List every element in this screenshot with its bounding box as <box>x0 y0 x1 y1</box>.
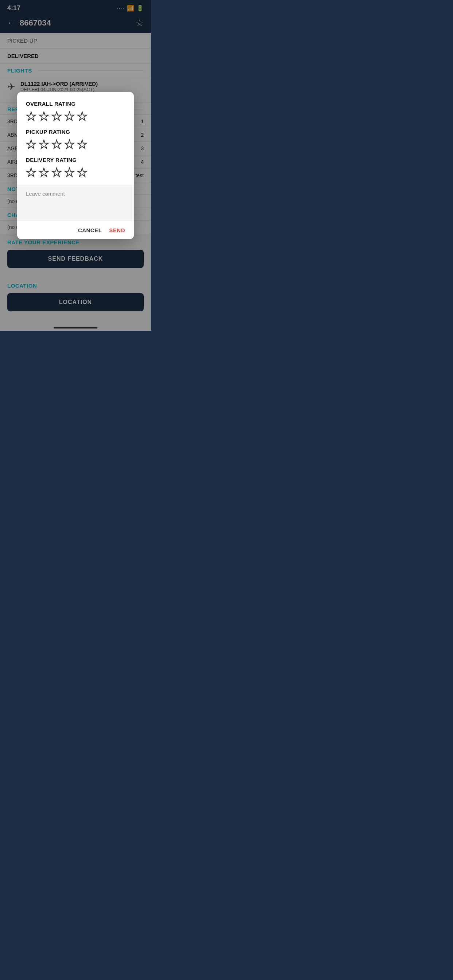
overall-stars-row[interactable]: ★ ★ ★ ★ ★ <box>26 110 125 122</box>
pickup-star-1[interactable]: ★ <box>26 138 37 150</box>
comment-section[interactable]: Leave comment <box>17 185 134 221</box>
overall-star-5[interactable]: ★ <box>77 110 88 122</box>
delivery-rating-label: DELIVERY RATING <box>26 157 125 163</box>
modal-actions: CANCEL SEND <box>17 221 134 239</box>
pickup-star-2[interactable]: ★ <box>39 138 49 150</box>
pickup-star-3[interactable]: ★ <box>51 138 62 150</box>
overall-star-4[interactable]: ★ <box>64 110 75 122</box>
modal-overlay: OVERALL RATING ★ ★ ★ ★ ★ PICKUP RATING ★… <box>0 0 151 331</box>
pickup-star-5[interactable]: ★ <box>77 138 88 150</box>
delivery-star-4[interactable]: ★ <box>64 167 75 178</box>
delivery-star-1[interactable]: ★ <box>26 167 37 178</box>
overall-star-3[interactable]: ★ <box>51 110 62 122</box>
overall-star-1[interactable]: ★ <box>26 110 37 122</box>
overall-rating-label: OVERALL RATING <box>26 100 125 107</box>
send-button[interactable]: SEND <box>109 227 125 233</box>
delivery-star-2[interactable]: ★ <box>39 167 49 178</box>
comment-placeholder: Leave comment <box>26 191 65 197</box>
delivery-stars-row[interactable]: ★ ★ ★ ★ ★ <box>26 167 125 178</box>
pickup-rating-label: PICKUP RATING <box>26 129 125 135</box>
pickup-stars-row[interactable]: ★ ★ ★ ★ ★ <box>26 138 125 150</box>
rating-modal: OVERALL RATING ★ ★ ★ ★ ★ PICKUP RATING ★… <box>17 92 134 239</box>
delivery-star-3[interactable]: ★ <box>51 167 62 178</box>
pickup-star-4[interactable]: ★ <box>64 138 75 150</box>
cancel-button[interactable]: CANCEL <box>78 227 102 233</box>
delivery-star-5[interactable]: ★ <box>77 167 88 178</box>
overall-star-2[interactable]: ★ <box>39 110 49 122</box>
